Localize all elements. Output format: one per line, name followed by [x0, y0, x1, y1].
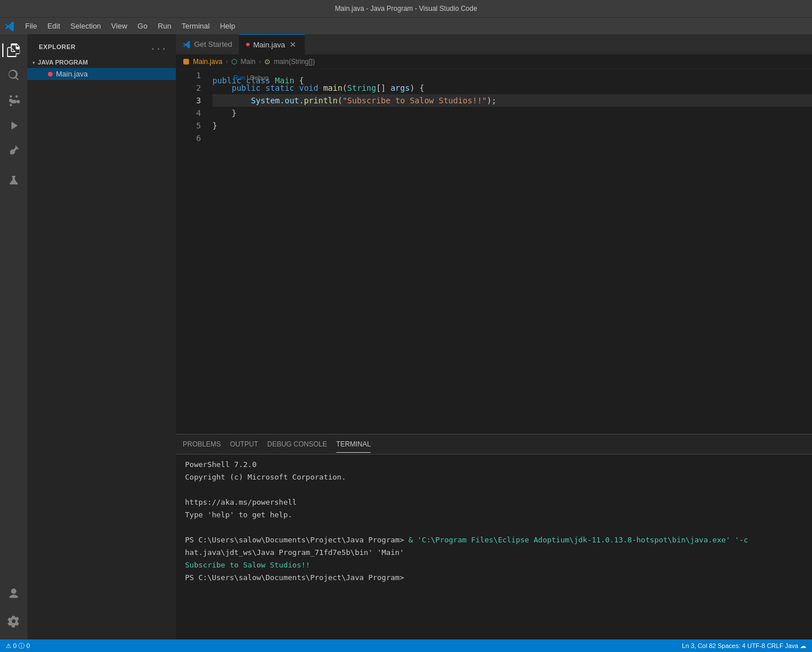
- terminal-line-3: [185, 484, 803, 496]
- breadcrumb-class-name: Main: [240, 58, 255, 66]
- terminal-command-1: & 'C:\Program Files\Eclipse Adoptium\jdk…: [408, 536, 748, 544]
- terminal-line-7: PS C:\Users\salow\Documents\Project\Java…: [185, 534, 803, 546]
- explorer-section-header[interactable]: ▾ Java Program: [27, 57, 176, 68]
- java-program-section-label: Java Program: [38, 59, 88, 66]
- debug-hint[interactable]: Debug: [250, 74, 268, 81]
- code-line-4[interactable]: }: [212, 107, 812, 119]
- extensions-icon: [7, 144, 21, 158]
- tab-main-java[interactable]: Main.java ✕: [239, 34, 305, 54]
- terminal-prompt-2: PS C:\Users\salow\Documents\Project\Java…: [185, 573, 404, 582]
- code-line-5[interactable]: }: [212, 119, 812, 132]
- line-numbers: 1 2 3 4 5 6: [176, 69, 208, 434]
- tab-main-java-label: Main.java: [253, 41, 285, 49]
- menu-file[interactable]: File: [21, 19, 42, 33]
- var-system: System: [251, 94, 280, 107]
- activity-explorer-icon[interactable]: [2, 39, 25, 62]
- tab-error-dot: [246, 43, 250, 46]
- activity-search-icon[interactable]: [2, 64, 25, 87]
- activity-run-debug-icon[interactable]: [2, 114, 25, 137]
- file-error-dot: [48, 72, 53, 77]
- hint-sep: |: [245, 74, 250, 81]
- breadcrumb-class-icon: ⬡: [231, 58, 237, 66]
- tab-get-started-label: Get Started: [194, 40, 232, 49]
- source-control-icon: [7, 94, 21, 107]
- activity-extensions-icon[interactable]: [2, 139, 25, 162]
- status-bar-left: ⚠ 0 ⓘ 0: [6, 642, 30, 650]
- breadcrumb: Main.java › ⬡ Main › ⊙ main(String[]): [176, 54, 812, 69]
- tab-output[interactable]: OUTPUT: [230, 436, 258, 453]
- menu-view[interactable]: View: [107, 19, 132, 33]
- lightbulb-icon[interactable]: 💡: [208, 94, 210, 107]
- breadcrumb-sep-1: ›: [226, 58, 228, 66]
- status-bar: ⚠ 0 ⓘ 0 Ln 3, Col 82 Spaces: 4 UTF-8 CRL…: [0, 639, 812, 652]
- accounts-icon: [7, 587, 20, 600]
- menu-help[interactable]: Help: [215, 19, 240, 33]
- terminal-line-4: https://aka.ms/powershell: [185, 497, 803, 508]
- line-num-4: 4: [176, 107, 201, 119]
- activity-settings-icon[interactable]: [2, 610, 25, 633]
- terminal-prompt-1: PS C:\Users\salow\Documents\Project\Java…: [185, 536, 408, 544]
- tab-close-button[interactable]: ✕: [288, 39, 298, 50]
- title-bar: Main.java - Java Program - Visual Studio…: [0, 0, 812, 17]
- line-num-5: 5: [176, 119, 201, 132]
- editor-content[interactable]: 1 2 3 4 5 6 Run | Debug public class Mai…: [176, 69, 812, 434]
- activity-source-control-icon[interactable]: [2, 89, 25, 112]
- testing-icon: [7, 174, 21, 187]
- type-string: String: [347, 82, 376, 94]
- paren-open: (: [343, 82, 347, 94]
- breadcrumb-class: ⬡ Main: [231, 58, 255, 66]
- paren-open-2: (: [337, 94, 342, 107]
- tab-bar: Get Started Main.java ✕: [176, 34, 812, 54]
- code-lines[interactable]: Run | Debug public class Main { public s…: [208, 69, 812, 434]
- empty-line-6: [212, 132, 217, 144]
- line-num-6: 6: [176, 132, 201, 144]
- run-debug-icon: [7, 119, 21, 132]
- terminal-line-9: Subscribe to Salow Studios!!: [185, 560, 803, 571]
- title-bar-text: Main.java - Java Program - Visual Studio…: [335, 5, 477, 13]
- code-line-6[interactable]: [212, 132, 812, 144]
- breadcrumb-file: Main.java: [183, 58, 222, 66]
- terminal-content[interactable]: PowerShell 7.2.0 Copyright (c) Microsoft…: [176, 454, 812, 639]
- terminal-line-5: Type 'help' to get help.: [185, 509, 803, 521]
- tab-problems[interactable]: PROBLEMS: [183, 436, 221, 453]
- tab-debug-console[interactable]: DEBUG CONSOLE: [267, 436, 327, 453]
- str-subscribe: "Subscribe to Salow Studios!!": [343, 94, 487, 107]
- code-line-2[interactable]: public static void main(String[] args) {: [212, 82, 812, 94]
- tab-get-started[interactable]: Get Started: [176, 34, 239, 54]
- terminal-line-8: hat.java\jdt_ws\Java Program_71fd7e5b\bi…: [185, 547, 803, 558]
- dot-1: .: [280, 94, 284, 107]
- tab-terminal[interactable]: TERMINAL: [336, 436, 371, 453]
- editor-area: Get Started Main.java ✕ Main.java › ⬡ Ma…: [176, 34, 812, 639]
- run-hint[interactable]: Run: [234, 74, 245, 81]
- line-num-3: 3: [176, 94, 201, 107]
- close-outer-brace: }: [212, 119, 217, 132]
- code-line-3[interactable]: 💡 System.out.println("Subscribe to Salow…: [212, 94, 812, 107]
- activity-testing-icon[interactable]: [2, 169, 25, 192]
- sidebar-more-actions[interactable]: ...: [150, 41, 167, 52]
- sidebar-file-main-java[interactable]: Main.java: [27, 68, 176, 80]
- var-out: out: [284, 94, 299, 107]
- dot-2: .: [299, 94, 304, 107]
- terminal-line-1: PowerShell 7.2.0: [185, 459, 803, 470]
- svg-rect-0: [183, 59, 189, 65]
- fn-println: println: [304, 94, 337, 107]
- terminal-line-10: PS C:\Users\salow\Documents\Project\Java…: [185, 572, 803, 583]
- semi-close: );: [487, 94, 497, 107]
- activity-accounts-icon[interactable]: [2, 582, 25, 605]
- array-bracket: []: [376, 82, 391, 94]
- menu-terminal[interactable]: Terminal: [177, 19, 214, 33]
- breadcrumb-filename: Main.java: [193, 58, 222, 66]
- sidebar: Explorer ... ▾ Java Program Main.java: [27, 34, 176, 639]
- menu-run[interactable]: Run: [153, 19, 176, 33]
- line-num-2: 2: [176, 82, 201, 94]
- close-inner-brace: }: [212, 107, 236, 119]
- indent-spaces: [212, 94, 251, 107]
- keyword-static: static: [266, 82, 299, 94]
- sidebar-title: Explorer: [39, 43, 76, 50]
- menu-bar: File Edit Selection View Go Run Terminal…: [0, 17, 812, 34]
- menu-selection[interactable]: Selection: [66, 19, 105, 33]
- code-line-1[interactable]: Run | Debug public class Main {: [212, 69, 812, 82]
- menu-edit[interactable]: Edit: [43, 19, 65, 33]
- vscode-tab-icon: [183, 41, 191, 49]
- menu-go[interactable]: Go: [133, 19, 152, 33]
